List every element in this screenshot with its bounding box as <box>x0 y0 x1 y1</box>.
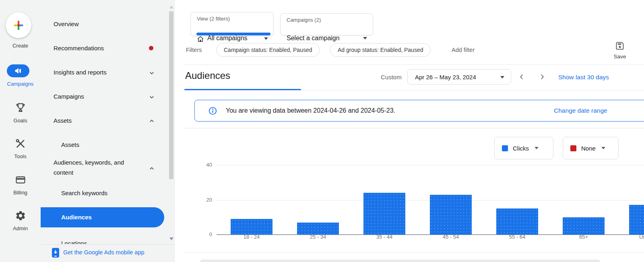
metric-selector-clicks[interactable]: Clicks <box>494 137 553 159</box>
gear-icon <box>15 210 26 221</box>
left-nav: Overview Recommendations Insights and re… <box>41 0 175 262</box>
divider <box>183 64 644 65</box>
chevron-down-icon <box>148 93 156 101</box>
x-axis-label: 25 - 34 <box>286 234 350 240</box>
x-axis-label: 65+ <box>551 234 616 240</box>
banner-message: You are viewing data between 2024-04-26 … <box>226 100 395 121</box>
rail-item-campaigns[interactable] <box>7 64 29 77</box>
add-filter-button[interactable]: Add filter <box>452 47 475 53</box>
nav-item-insights-and-reports[interactable]: Insights and reports <box>41 64 165 80</box>
metric-color-swatch <box>570 145 576 151</box>
scroll-up-arrow[interactable] <box>169 6 173 8</box>
change-date-range-link[interactable]: Change date range <box>554 100 607 121</box>
bar-18-24[interactable] <box>231 219 272 235</box>
nav-divider <box>41 244 174 245</box>
bar-35-44[interactable] <box>363 193 405 235</box>
caret-down-icon <box>500 76 504 78</box>
info-icon <box>208 106 217 116</box>
view-selector[interactable]: View (2 filters) All campaigns <box>190 12 274 36</box>
y-axis-tick-label: 20 <box>192 197 212 203</box>
rail-item-tools[interactable]: Tools <box>0 138 41 159</box>
chevron-up-icon <box>148 165 156 173</box>
metric-selector-none[interactable]: None <box>563 137 619 159</box>
nav-item-overview[interactable]: Overview <box>41 16 165 32</box>
scroll-down-arrow[interactable] <box>169 237 173 240</box>
filter-chip-campaign-status[interactable]: Campaign status: Enabled, Paused <box>216 43 320 57</box>
scrollbar-thumb[interactable] <box>169 11 173 179</box>
create-button[interactable] <box>6 12 31 38</box>
bar-45-54[interactable] <box>430 195 472 235</box>
nav-item-audiences-selected[interactable]: Audiences <box>41 207 164 227</box>
show-last-30-days-link[interactable]: Show last 30 days <box>558 74 609 81</box>
nav-item-assets-sub[interactable]: Assets <box>41 137 165 153</box>
prev-date-range-button[interactable] <box>517 72 526 81</box>
bar-55-64[interactable] <box>496 208 538 235</box>
save-button[interactable]: Save <box>610 41 630 60</box>
chevron-down-icon <box>148 69 156 77</box>
x-axis-label: 18 - 24 <box>219 234 284 240</box>
caret-down-icon <box>535 147 539 149</box>
chevron-up-icon <box>148 117 156 125</box>
date-mode-label: Custom <box>381 74 402 80</box>
divider <box>183 128 644 128</box>
next-date-range-button[interactable] <box>538 72 547 81</box>
active-indicator <box>196 33 270 35</box>
plus-icon <box>12 19 25 31</box>
phone-download-icon <box>52 248 60 258</box>
x-axis-label: 55 - 64 <box>485 234 549 240</box>
x-axis-label: 45 - 54 <box>419 234 483 240</box>
page-title: Audiences <box>185 70 230 81</box>
y-axis-tick-label: 0 <box>192 231 212 237</box>
nav-item-campaigns[interactable]: Campaigns <box>41 89 165 105</box>
gridline <box>217 165 644 165</box>
mobile-app-link[interactable]: Get the Google Ads mobile app <box>41 245 174 260</box>
credit-card-icon <box>15 174 26 186</box>
tools-icon <box>15 138 26 149</box>
icon-rail: Create Campaigns <box>0 0 41 262</box>
caret-down-icon <box>363 37 367 39</box>
nav-item-recommendations[interactable]: Recommendations <box>41 40 165 56</box>
rail-item-goals[interactable]: Goals <box>0 101 41 124</box>
bar-25-34[interactable] <box>297 223 339 235</box>
nav-item-assets[interactable]: Assets <box>41 113 165 129</box>
caret-down-icon <box>601 147 605 149</box>
x-axis-label: 35 - 44 <box>352 234 417 240</box>
table-header-edge <box>200 260 600 262</box>
rail-item-admin[interactable]: Admin <box>0 210 41 231</box>
caret-down-icon <box>264 37 268 40</box>
trophy-icon <box>15 101 26 113</box>
nav-item-locations-clipped[interactable]: Locations <box>41 239 165 244</box>
rail-label-campaigns: Campaigns <box>0 80 41 87</box>
google-ads-app: Create Campaigns <box>0 0 644 262</box>
metric-color-swatch <box>502 145 508 151</box>
create-label: Create <box>0 42 41 49</box>
date-info-banner: You are viewing data between 2024-04-26 … <box>194 100 644 122</box>
bar-65+[interactable] <box>563 217 605 235</box>
filter-chip-adgroup-status[interactable]: Ad group status: Enabled, Paused <box>330 43 431 57</box>
home-icon <box>196 35 204 43</box>
x-axis-label: Unknown <box>618 234 644 240</box>
megaphone-icon <box>14 66 23 75</box>
filters-label: Filters <box>186 47 202 53</box>
bar-Unknown[interactable] <box>629 205 644 235</box>
save-icon <box>615 41 625 51</box>
notification-dot <box>149 46 153 50</box>
campaign-selector[interactable]: Campaigns (2) Select a campaign <box>280 13 373 35</box>
nav-item-audiences-keywords-content[interactable]: Audiences, keywords, and content <box>41 155 165 180</box>
divider <box>183 252 644 253</box>
nav-item-search-keywords[interactable]: Search keywords <box>41 185 165 201</box>
date-range-selector[interactable]: Apr 26 – May 23, 2024 <box>407 69 511 85</box>
y-axis-tick-label: 40 <box>192 162 212 168</box>
rail-item-billing[interactable]: Billing <box>0 174 41 196</box>
divider <box>183 90 644 91</box>
